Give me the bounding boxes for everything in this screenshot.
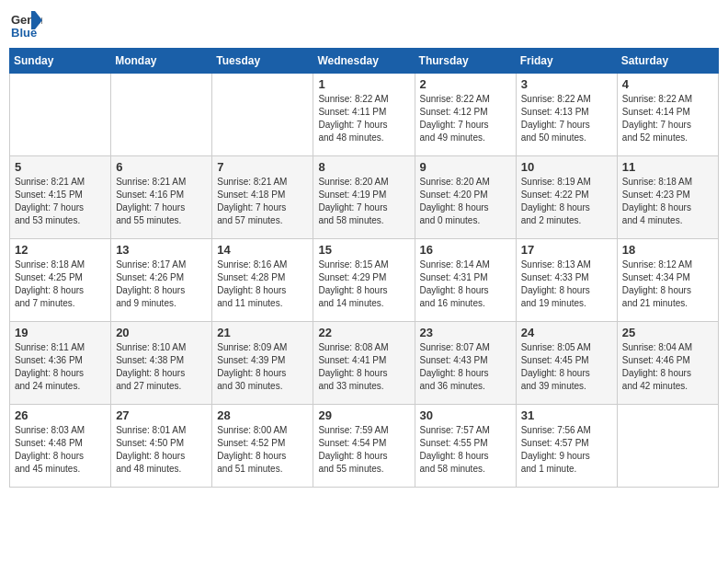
day-number: 16 xyxy=(420,243,511,257)
day-number: 6 xyxy=(116,160,207,174)
day-header-friday: Friday xyxy=(516,49,617,74)
day-number: 7 xyxy=(217,160,308,174)
week-row-4: 19Sunrise: 8:11 AM Sunset: 4:36 PM Dayli… xyxy=(10,322,719,405)
day-number: 9 xyxy=(420,160,511,174)
day-number: 19 xyxy=(15,326,106,339)
day-info: Sunrise: 8:21 AM Sunset: 4:18 PM Dayligh… xyxy=(217,176,308,227)
day-info: Sunrise: 7:59 AM Sunset: 4:54 PM Dayligh… xyxy=(318,424,409,476)
day-cell: 14Sunrise: 8:16 AM Sunset: 4:28 PM Dayli… xyxy=(212,239,313,322)
day-info: Sunrise: 7:57 AM Sunset: 4:55 PM Dayligh… xyxy=(420,424,511,476)
day-cell: 31Sunrise: 7:56 AM Sunset: 4:57 PM Dayli… xyxy=(516,405,617,488)
day-number: 18 xyxy=(622,243,713,257)
page-header: General Blue xyxy=(9,9,719,42)
day-number: 29 xyxy=(318,408,409,422)
logo-icon: General Blue xyxy=(9,9,42,42)
day-info: Sunrise: 8:11 AM Sunset: 4:36 PM Dayligh… xyxy=(15,341,106,393)
day-info: Sunrise: 8:08 AM Sunset: 4:41 PM Dayligh… xyxy=(318,341,409,393)
day-cell: 3Sunrise: 8:22 AM Sunset: 4:13 PM Daylig… xyxy=(516,74,617,156)
day-number: 5 xyxy=(15,160,106,174)
logo: General Blue xyxy=(9,9,48,42)
day-cell: 18Sunrise: 8:12 AM Sunset: 4:34 PM Dayli… xyxy=(617,239,718,322)
day-header-thursday: Thursday xyxy=(415,49,516,74)
day-cell: 4Sunrise: 8:22 AM Sunset: 4:14 PM Daylig… xyxy=(617,74,718,156)
day-info: Sunrise: 8:17 AM Sunset: 4:26 PM Dayligh… xyxy=(116,259,207,310)
day-number: 11 xyxy=(622,160,713,174)
day-number: 31 xyxy=(521,408,612,422)
day-cell: 21Sunrise: 8:09 AM Sunset: 4:39 PM Dayli… xyxy=(212,322,313,405)
day-info: Sunrise: 8:22 AM Sunset: 4:11 PM Dayligh… xyxy=(318,93,409,144)
day-cell: 5Sunrise: 8:21 AM Sunset: 4:15 PM Daylig… xyxy=(10,156,111,239)
day-cell xyxy=(212,74,313,156)
day-number: 20 xyxy=(116,326,207,339)
day-number: 28 xyxy=(217,408,308,422)
day-info: Sunrise: 8:01 AM Sunset: 4:50 PM Dayligh… xyxy=(116,424,207,476)
day-info: Sunrise: 7:56 AM Sunset: 4:57 PM Dayligh… xyxy=(521,424,612,476)
day-cell: 12Sunrise: 8:18 AM Sunset: 4:25 PM Dayli… xyxy=(10,239,111,322)
day-number: 21 xyxy=(217,326,308,339)
day-cell: 26Sunrise: 8:03 AM Sunset: 4:48 PM Dayli… xyxy=(10,405,111,488)
calendar-header-row: SundayMondayTuesdayWednesdayThursdayFrid… xyxy=(10,49,719,74)
week-row-5: 26Sunrise: 8:03 AM Sunset: 4:48 PM Dayli… xyxy=(10,405,719,488)
day-cell xyxy=(617,405,718,488)
day-info: Sunrise: 8:04 AM Sunset: 4:46 PM Dayligh… xyxy=(622,341,713,393)
calendar-body: 1Sunrise: 8:22 AM Sunset: 4:11 PM Daylig… xyxy=(10,74,719,488)
day-cell: 27Sunrise: 8:01 AM Sunset: 4:50 PM Dayli… xyxy=(111,405,212,488)
day-cell: 7Sunrise: 8:21 AM Sunset: 4:18 PM Daylig… xyxy=(212,156,313,239)
day-cell: 8Sunrise: 8:20 AM Sunset: 4:19 PM Daylig… xyxy=(313,156,415,239)
day-number: 1 xyxy=(318,77,409,91)
day-cell: 16Sunrise: 8:14 AM Sunset: 4:31 PM Dayli… xyxy=(415,239,516,322)
day-info: Sunrise: 8:18 AM Sunset: 4:25 PM Dayligh… xyxy=(15,259,106,310)
day-cell: 6Sunrise: 8:21 AM Sunset: 4:16 PM Daylig… xyxy=(111,156,212,239)
day-info: Sunrise: 8:22 AM Sunset: 4:14 PM Dayligh… xyxy=(622,93,713,144)
day-info: Sunrise: 8:20 AM Sunset: 4:20 PM Dayligh… xyxy=(420,176,511,227)
day-cell: 24Sunrise: 8:05 AM Sunset: 4:45 PM Dayli… xyxy=(516,322,617,405)
day-info: Sunrise: 8:20 AM Sunset: 4:19 PM Dayligh… xyxy=(318,176,409,227)
day-cell: 2Sunrise: 8:22 AM Sunset: 4:12 PM Daylig… xyxy=(415,74,516,156)
day-cell xyxy=(10,74,111,156)
day-info: Sunrise: 8:05 AM Sunset: 4:45 PM Dayligh… xyxy=(521,341,612,393)
day-header-tuesday: Tuesday xyxy=(212,49,313,74)
day-cell: 19Sunrise: 8:11 AM Sunset: 4:36 PM Dayli… xyxy=(10,322,111,405)
week-row-1: 1Sunrise: 8:22 AM Sunset: 4:11 PM Daylig… xyxy=(10,74,719,156)
day-number: 2 xyxy=(420,77,511,91)
day-cell: 22Sunrise: 8:08 AM Sunset: 4:41 PM Dayli… xyxy=(313,322,415,405)
day-info: Sunrise: 8:21 AM Sunset: 4:15 PM Dayligh… xyxy=(15,176,106,227)
day-number: 3 xyxy=(521,77,612,91)
day-cell: 29Sunrise: 7:59 AM Sunset: 4:54 PM Dayli… xyxy=(313,405,415,488)
day-info: Sunrise: 8:07 AM Sunset: 4:43 PM Dayligh… xyxy=(420,341,511,393)
day-info: Sunrise: 8:10 AM Sunset: 4:38 PM Dayligh… xyxy=(116,341,207,393)
day-info: Sunrise: 8:22 AM Sunset: 4:12 PM Dayligh… xyxy=(420,93,511,144)
day-header-sunday: Sunday xyxy=(10,49,111,74)
day-number: 22 xyxy=(318,326,409,339)
day-info: Sunrise: 8:09 AM Sunset: 4:39 PM Dayligh… xyxy=(217,341,308,393)
day-number: 4 xyxy=(622,77,713,91)
day-number: 17 xyxy=(521,243,612,257)
day-number: 30 xyxy=(420,408,511,422)
day-number: 26 xyxy=(15,408,106,422)
day-cell xyxy=(111,74,212,156)
day-cell: 28Sunrise: 8:00 AM Sunset: 4:52 PM Dayli… xyxy=(212,405,313,488)
day-info: Sunrise: 8:19 AM Sunset: 4:22 PM Dayligh… xyxy=(521,176,612,227)
day-cell: 30Sunrise: 7:57 AM Sunset: 4:55 PM Dayli… xyxy=(415,405,516,488)
day-number: 10 xyxy=(521,160,612,174)
day-cell: 15Sunrise: 8:15 AM Sunset: 4:29 PM Dayli… xyxy=(313,239,415,322)
calendar-table: SundayMondayTuesdayWednesdayThursdayFrid… xyxy=(9,48,719,488)
day-header-saturday: Saturday xyxy=(617,49,718,74)
day-number: 14 xyxy=(217,243,308,257)
day-info: Sunrise: 8:18 AM Sunset: 4:23 PM Dayligh… xyxy=(622,176,713,227)
day-header-monday: Monday xyxy=(111,49,212,74)
day-number: 15 xyxy=(318,243,409,257)
day-number: 27 xyxy=(116,408,207,422)
day-info: Sunrise: 8:00 AM Sunset: 4:52 PM Dayligh… xyxy=(217,424,308,476)
day-info: Sunrise: 8:15 AM Sunset: 4:29 PM Dayligh… xyxy=(318,259,409,310)
week-row-3: 12Sunrise: 8:18 AM Sunset: 4:25 PM Dayli… xyxy=(10,239,719,322)
day-info: Sunrise: 8:14 AM Sunset: 4:31 PM Dayligh… xyxy=(420,259,511,310)
day-cell: 13Sunrise: 8:17 AM Sunset: 4:26 PM Dayli… xyxy=(111,239,212,322)
day-cell: 17Sunrise: 8:13 AM Sunset: 4:33 PM Dayli… xyxy=(516,239,617,322)
day-cell: 25Sunrise: 8:04 AM Sunset: 4:46 PM Dayli… xyxy=(617,322,718,405)
day-cell: 11Sunrise: 8:18 AM Sunset: 4:23 PM Dayli… xyxy=(617,156,718,239)
day-number: 12 xyxy=(15,243,106,257)
day-number: 13 xyxy=(116,243,207,257)
day-number: 25 xyxy=(622,326,713,339)
day-header-wednesday: Wednesday xyxy=(313,49,415,74)
